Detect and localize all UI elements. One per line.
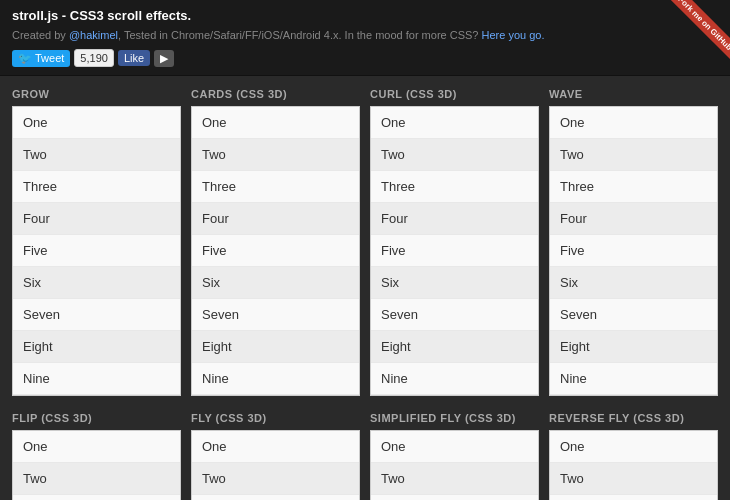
list-item: Three: [371, 495, 538, 500]
panel-title-fly: FLY (CSS 3D): [191, 412, 360, 424]
list-container-flip[interactable]: OneTwoThreeFourFiveSix: [12, 430, 181, 500]
list-item: Ten: [550, 395, 717, 396]
list-item: Two: [13, 463, 180, 495]
list-item: One: [371, 107, 538, 139]
list-item: Nine: [192, 363, 359, 395]
list-item: Three: [550, 171, 717, 203]
list-item: Three: [192, 171, 359, 203]
list-item: One: [192, 107, 359, 139]
list-item: Three: [13, 171, 180, 203]
panel-title-reverse-fly: REVERSE FLY (CSS 3D): [549, 412, 718, 424]
panel-title-simplified-fly: SIMPLIFIED FLY (CSS 3D): [370, 412, 539, 424]
github-ribbon[interactable]: [652, 0, 730, 78]
list-item: Two: [192, 139, 359, 171]
list-item: Five: [371, 235, 538, 267]
list-item: Ten: [371, 395, 538, 396]
list-item: Two: [13, 139, 180, 171]
tweet-label: Tweet: [35, 52, 64, 64]
list-container-wave[interactable]: OneTwoThreeFourFiveSixSevenEightNineTenE…: [549, 106, 718, 396]
list-item: Three: [192, 495, 359, 500]
list-item: Four: [192, 203, 359, 235]
panel-title-grow: GROW: [12, 88, 181, 100]
list-item: Nine: [371, 363, 538, 395]
panel-wave: WAVEOneTwoThreeFourFiveSixSevenEightNine…: [549, 88, 718, 396]
list-item: Nine: [550, 363, 717, 395]
tweet-count: 5,190: [74, 49, 114, 67]
list-item: One: [550, 107, 717, 139]
list-item: Seven: [192, 299, 359, 331]
main-content: GROWOneTwoThreeFourFiveSixSevenEightNine…: [0, 76, 730, 500]
tweet-button[interactable]: 🐦 Tweet: [12, 50, 70, 67]
list-item: Four: [13, 203, 180, 235]
list-item: Two: [192, 463, 359, 495]
list-item: Seven: [550, 299, 717, 331]
list-item: Ten: [192, 395, 359, 396]
list-item: Nine: [13, 363, 180, 395]
list-item: Six: [550, 267, 717, 299]
list-item: Six: [371, 267, 538, 299]
list-item: One: [13, 431, 180, 463]
list-item: Eight: [192, 331, 359, 363]
panel-flip: FLIP (CSS 3D)OneTwoThreeFourFiveSix: [12, 412, 181, 500]
list-item: Six: [192, 267, 359, 299]
list-item: One: [371, 431, 538, 463]
list-item: One: [550, 431, 717, 463]
list-item: Eight: [13, 331, 180, 363]
title-text: stroll.js - CSS3 scroll effects.: [12, 8, 191, 23]
list-container-curl[interactable]: OneTwoThreeFourFiveSixSevenEightNineTenE…: [370, 106, 539, 396]
list-item: Three: [550, 495, 717, 500]
list-item: Seven: [371, 299, 538, 331]
panel-fly: FLY (CSS 3D)OneTwoThreeFourFiveSix: [191, 412, 360, 500]
list-item: Two: [550, 463, 717, 495]
page-header: stroll.js - CSS3 scroll effects. Created…: [0, 0, 730, 76]
list-item: Seven: [13, 299, 180, 331]
list-item: One: [192, 431, 359, 463]
list-item: Four: [371, 203, 538, 235]
list-item: Two: [371, 463, 538, 495]
panel-simplified-fly: SIMPLIFIED FLY (CSS 3D)OneTwoThreeFourFi…: [370, 412, 539, 500]
panel-title-flip: FLIP (CSS 3D): [12, 412, 181, 424]
top-panel-row: GROWOneTwoThreeFourFiveSixSevenEightNine…: [12, 88, 718, 396]
bottom-panel-row: FLIP (CSS 3D)OneTwoThreeFourFiveSixFLY (…: [12, 412, 718, 500]
panel-cards: CARDS (CSS 3D)OneTwoThreeFourFiveSixSeve…: [191, 88, 360, 396]
list-item: Five: [13, 235, 180, 267]
panel-reverse-fly: REVERSE FLY (CSS 3D)OneTwoThreeFourFiveS…: [549, 412, 718, 500]
panel-grow: GROWOneTwoThreeFourFiveSixSevenEightNine…: [12, 88, 181, 396]
panel-curl: CURL (CSS 3D)OneTwoThreeFourFiveSixSeven…: [370, 88, 539, 396]
desc-tested: Tested in Chrome/Safari/FF/iOS/Android 4…: [124, 29, 479, 41]
list-item: Eight: [550, 331, 717, 363]
list-item: Five: [192, 235, 359, 267]
list-item: Three: [13, 495, 180, 500]
share-button[interactable]: ▶: [154, 50, 174, 67]
panel-title-cards: CARDS (CSS 3D): [191, 88, 360, 100]
list-item: Five: [550, 235, 717, 267]
panel-title-wave: WAVE: [549, 88, 718, 100]
list-item: Six: [13, 267, 180, 299]
list-item: One: [13, 107, 180, 139]
share-icon: ▶: [160, 52, 168, 64]
list-item: Eight: [371, 331, 538, 363]
tweet-icon: 🐦: [18, 52, 32, 65]
list-item: Three: [371, 171, 538, 203]
list-item: Four: [550, 203, 717, 235]
list-container-reverse-fly[interactable]: OneTwoThreeFourFiveSix: [549, 430, 718, 500]
list-container-simplified-fly[interactable]: OneTwoThreeFourFiveSix: [370, 430, 539, 500]
social-buttons: 🐦 Tweet 5,190 Like ▶: [12, 49, 174, 67]
list-container-fly[interactable]: OneTwoThreeFourFiveSix: [191, 430, 360, 500]
list-item: Ten: [13, 395, 180, 396]
like-button[interactable]: Like: [118, 50, 150, 66]
list-item: Two: [371, 139, 538, 171]
list-container-cards[interactable]: OneTwoThreeFourFiveSixSevenEightNineTenE…: [191, 106, 360, 396]
more-css-link[interactable]: Here you go.: [482, 29, 545, 41]
page-title: stroll.js - CSS3 scroll effects.: [12, 8, 191, 23]
desc-created: Created by: [12, 29, 69, 41]
list-container-grow[interactable]: OneTwoThreeFourFiveSixSevenEightNineTenE…: [12, 106, 181, 396]
like-label: Like: [124, 52, 144, 64]
author-link[interactable]: @hakimel: [69, 29, 118, 41]
list-item: Two: [550, 139, 717, 171]
header-description: Created by @hakimel, Tested in Chrome/Sa…: [12, 29, 545, 41]
panel-title-curl: CURL (CSS 3D): [370, 88, 539, 100]
